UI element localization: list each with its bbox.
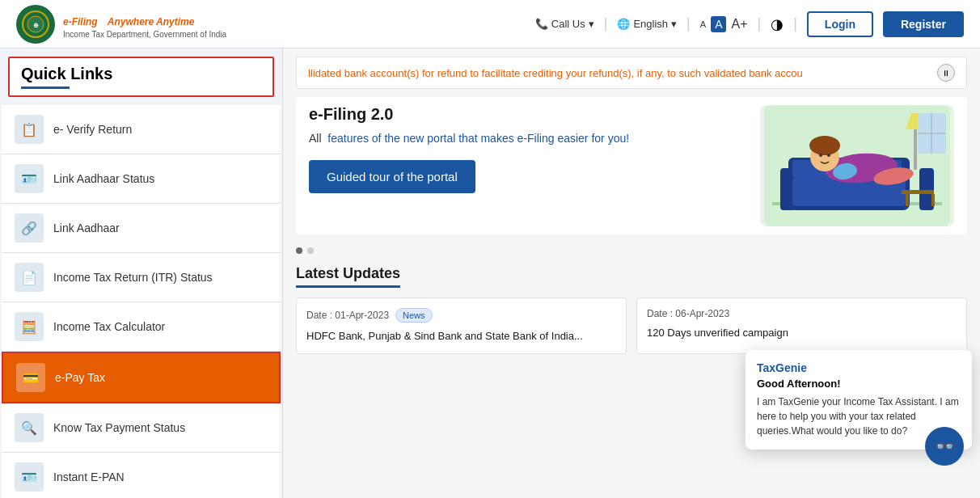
header: ⊕ e-Filing Anywhere Anytime Income Tax D…: [0, 0, 980, 49]
illustration-svg: [764, 105, 950, 226]
svg-rect-19: [902, 190, 934, 194]
svg-rect-22: [914, 129, 917, 170]
login-button[interactable]: Login: [807, 11, 873, 37]
register-button[interactable]: Register: [883, 11, 964, 37]
sidebar-item-income-tax-calculator[interactable]: 🧮 Income Tax Calculator: [2, 302, 281, 352]
pagination-dots: [283, 243, 980, 259]
font-small-button[interactable]: A: [700, 19, 706, 29]
update-card-2-header: Date : 06-Apr-2023: [647, 308, 957, 319]
divider-4: |: [793, 15, 797, 32]
svg-rect-21: [931, 194, 935, 206]
content-area: llidated bank account(s) for refund to f…: [283, 49, 980, 498]
sidebar-item-link-aadhaar-status[interactable]: 🪪 Link Aadhaar Status: [2, 154, 281, 204]
update-card-1-header: Date : 01-Apr-2023 News: [306, 308, 616, 323]
call-us-label: Call Us: [551, 18, 585, 30]
efiling-text-block: e-Filing 2.0 All features of the new por…: [309, 105, 747, 226]
update-card-2: Date : 06-Apr-2023 120 Days unverified c…: [636, 298, 967, 354]
e-pay-tax-icon: 💳: [16, 363, 45, 392]
sidebar-label-link-aadhaar-status: Link Aadhaar Status: [53, 172, 154, 185]
guided-tour-button[interactable]: Guided tour of the portal: [309, 160, 475, 193]
marquee-pause-button[interactable]: ⏸: [937, 64, 955, 82]
svg-point-16: [819, 154, 822, 157]
sidebar-label-link-aadhaar: Link Aadhaar: [53, 222, 120, 234]
efiling-title: e-Filing 2.0: [309, 105, 747, 124]
logo-efiling: e-Filing: [63, 16, 98, 27]
logo-emblem: ⊕: [16, 5, 55, 44]
taxgenie-title: TaxGenie: [757, 361, 961, 374]
sidebar-label-itr-status: Income Tax Return (ITR) Status: [53, 271, 213, 284]
logo-text: e-Filing Anywhere Anytime Income Tax Dep…: [63, 9, 226, 39]
income-tax-calc-icon: 🧮: [15, 312, 44, 341]
dot-1[interactable]: [296, 247, 302, 254]
sidebar-label-e-verify: e- Verify Return: [53, 123, 132, 136]
sidebar-label-instant-epan: Instant E-PAN: [53, 471, 125, 483]
update-badge-1: News: [395, 308, 433, 323]
taxgenie-popup: TaxGenie Good Afternoon! I am TaxGenie y…: [746, 350, 972, 449]
call-us-button[interactable]: 📞 Call Us ▾: [535, 18, 594, 30]
logo-section: ⊕ e-Filing Anywhere Anytime Income Tax D…: [16, 5, 226, 44]
divider-1: |: [604, 15, 608, 32]
font-medium-button[interactable]: A: [711, 16, 726, 32]
divider-2: |: [686, 15, 691, 32]
sidebar-item-e-verify-return[interactable]: 📋 e- Verify Return: [2, 105, 281, 154]
svg-text:⊕: ⊕: [33, 22, 39, 29]
dot-2[interactable]: [307, 247, 314, 254]
sidebar-item-know-tax-payment[interactable]: 🔍 Know Tax Payment Status: [2, 403, 281, 453]
latest-updates-title: Latest Updates: [296, 265, 400, 288]
contrast-button[interactable]: ◑: [771, 15, 784, 33]
efiling-desc: All features of the new portal that make…: [309, 130, 747, 147]
marquee-bar: llidated bank account(s) for refund to f…: [296, 57, 967, 89]
update-text-2: 120 Days unverified campaign: [647, 326, 957, 340]
language-button[interactable]: 🌐 English ▾: [617, 18, 677, 30]
efiling-section: e-Filing 2.0 All features of the new por…: [296, 97, 967, 234]
sidebar-label-income-tax-calc: Income Tax Calculator: [53, 320, 165, 333]
phone-icon: 📞: [535, 18, 548, 30]
know-tax-icon: 🔍: [15, 413, 44, 442]
instant-epan-icon: 🪪: [15, 462, 44, 492]
efiling-illustration: [760, 105, 954, 226]
font-size-controls: A A A+: [700, 16, 748, 32]
e-verify-icon: 📋: [15, 115, 44, 144]
sidebar-item-e-pay-tax[interactable]: 💳 e-Pay Tax: [2, 352, 281, 403]
svg-rect-20: [906, 194, 909, 206]
svg-point-15: [809, 136, 840, 155]
link-aadhaar-icon: 🔗: [15, 213, 44, 243]
main-content: Quick Links 📋 e- Verify Return 🪪 Link Aa…: [0, 49, 980, 498]
sidebar-label-e-pay-tax: e-Pay Tax: [55, 371, 105, 384]
update-card-1: Date : 01-Apr-2023 News HDFC Bank, Punja…: [296, 298, 627, 354]
taxgenie-greeting: Good Afternoon!: [757, 378, 961, 390]
globe-icon: 🌐: [617, 18, 630, 30]
call-us-chevron: ▾: [589, 18, 594, 30]
link-aadhaar-status-icon: 🪪: [15, 164, 44, 193]
divider-3: |: [757, 15, 761, 32]
logo-tagline: Anywhere Anytime: [108, 16, 195, 27]
logo-sub-text: Income Tax Department, Government of Ind…: [63, 30, 226, 39]
update-date-2: Date : 06-Apr-2023: [647, 308, 729, 319]
sidebar-item-itr-status[interactable]: 📄 Income Tax Return (ITR) Status: [2, 253, 281, 302]
update-date-1: Date : 01-Apr-2023: [306, 310, 389, 321]
itr-status-icon: 📄: [15, 263, 44, 292]
header-controls: 📞 Call Us ▾ | 🌐 English ▾ | A A A+ | ◑ |…: [535, 11, 964, 37]
sidebar-item-link-aadhaar[interactable]: 🔗 Link Aadhaar: [2, 204, 281, 253]
svg-point-17: [827, 154, 830, 157]
sidebar-label-know-tax: Know Tax Payment Status: [53, 421, 185, 434]
quick-links-title: Quick Links: [8, 57, 274, 97]
taxgenie-avatar[interactable]: 👓: [925, 427, 964, 466]
efiling-desc-highlight: features of the new portal that makes e-…: [327, 132, 629, 145]
logo-main-text: e-Filing Anywhere Anytime: [63, 9, 226, 30]
sidebar: Quick Links 📋 e- Verify Return 🪪 Link Aa…: [0, 49, 283, 498]
language-chevron: ▾: [671, 18, 677, 30]
marquee-text: llidated bank account(s) for refund to f…: [308, 67, 937, 79]
latest-updates-section: Latest Updates Date : 01-Apr-2023 News H…: [283, 259, 980, 361]
update-text-1: HDFC Bank, Punjab & Sind Bank and State …: [306, 329, 616, 344]
language-label: English: [633, 18, 668, 30]
font-large-button[interactable]: A+: [731, 17, 747, 32]
updates-grid: Date : 01-Apr-2023 News HDFC Bank, Punja…: [296, 298, 967, 354]
sidebar-item-instant-epan[interactable]: 🪪 Instant E-PAN: [2, 453, 281, 498]
